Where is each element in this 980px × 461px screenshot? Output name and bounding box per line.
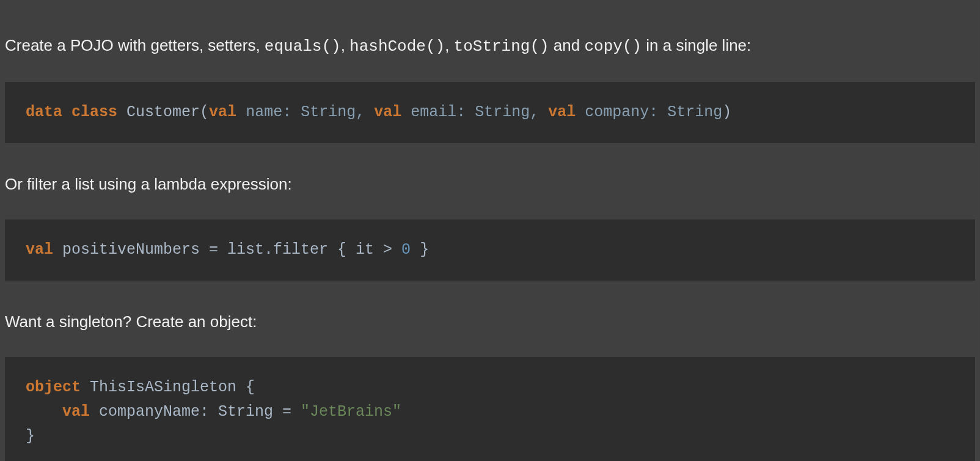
code-text: companyName: String = bbox=[90, 403, 301, 421]
param: email: String, bbox=[401, 103, 548, 121]
brace-close: } bbox=[26, 427, 35, 445]
paragraph-lambda: Or filter a list using a lambda expressi… bbox=[5, 172, 980, 196]
keyword-val: val bbox=[62, 403, 90, 421]
number-zero: 0 bbox=[401, 241, 411, 259]
param: company: String bbox=[576, 103, 722, 121]
space bbox=[62, 103, 71, 121]
fn-copy: copy() bbox=[584, 37, 642, 56]
code-block-dataclass: data class Customer(val name: String, va… bbox=[5, 82, 975, 143]
string-literal: "JetBrains" bbox=[301, 403, 401, 421]
text: , bbox=[341, 36, 349, 54]
code-block-filter: val positiveNumbers = list.filter { it >… bbox=[5, 219, 975, 281]
space bbox=[117, 103, 126, 121]
class-name: Customer bbox=[126, 103, 200, 121]
keyword-data: data bbox=[26, 103, 62, 121]
keyword-val: val bbox=[548, 103, 576, 121]
keyword-object: object bbox=[26, 378, 81, 396]
text: Create a POJO with getters, setters, bbox=[5, 36, 265, 54]
fn-hashcode: hashCode() bbox=[349, 37, 445, 56]
paren-open: ( bbox=[200, 103, 209, 121]
param: name: String, bbox=[236, 103, 374, 121]
text: and bbox=[549, 36, 585, 54]
code-block-object: object ThisIsASingleton { val companyNam… bbox=[5, 357, 975, 461]
keyword-val: val bbox=[374, 103, 401, 121]
code-text: ThisIsASingleton { bbox=[81, 378, 255, 396]
article-content: Create a POJO with getters, setters, equ… bbox=[0, 0, 980, 461]
keyword-val: val bbox=[209, 103, 236, 121]
paragraph-singleton: Want a singleton? Create an object: bbox=[5, 310, 980, 334]
fn-tostring: toString() bbox=[454, 37, 549, 56]
keyword-class: class bbox=[71, 103, 117, 121]
code-text: } bbox=[411, 241, 429, 259]
paragraph-pojo: Create a POJO with getters, setters, equ… bbox=[5, 34, 980, 59]
paren-close: ) bbox=[722, 103, 731, 121]
indent bbox=[26, 403, 62, 421]
code-text: positiveNumbers = list.filter { it > bbox=[53, 241, 401, 259]
keyword-val: val bbox=[26, 241, 53, 259]
text: in a single line: bbox=[642, 36, 751, 54]
text: , bbox=[445, 36, 453, 54]
fn-equals: equals() bbox=[265, 37, 341, 56]
